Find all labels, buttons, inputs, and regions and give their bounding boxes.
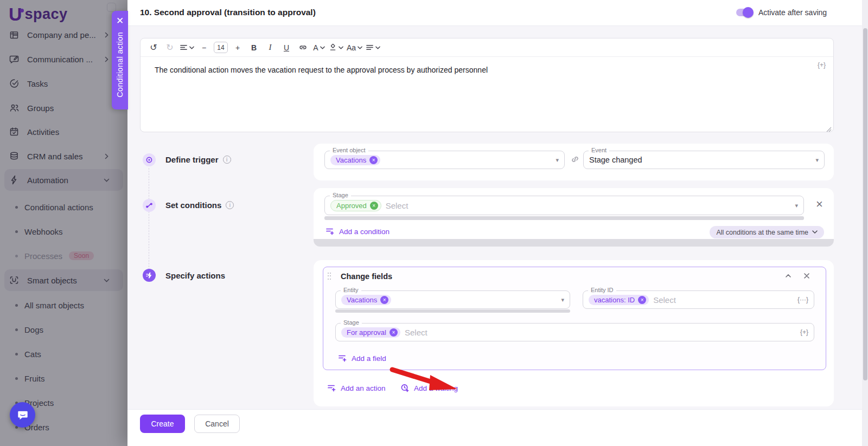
chip-remove-icon[interactable]: [390, 328, 398, 337]
close-icon[interactable]: ✕: [116, 16, 124, 25]
list-button[interactable]: [366, 41, 380, 54]
event-label: Event: [589, 147, 609, 153]
event-object-select[interactable]: Event object Vacations: [324, 151, 565, 169]
screen: U spacy Company and pe... Communication …: [0, 0, 868, 446]
event-value: Stage changed: [589, 156, 642, 164]
action-card-title: Change fields: [341, 272, 392, 281]
actions-section-title: Specify actions: [165, 271, 225, 280]
dropdown-arrow-icon: [561, 296, 564, 303]
dropdown-arrow-icon: [795, 202, 798, 209]
add-action-button[interactable]: Add an action: [327, 384, 386, 392]
conditions-card: Stage Approved Select Add a condition Al…: [314, 188, 834, 247]
redo-button[interactable]: [163, 41, 176, 54]
chat-bubble-icon: [17, 409, 29, 421]
remove-action-icon[interactable]: [803, 272, 810, 282]
collapse-icon[interactable]: [784, 272, 792, 282]
entity-chip: Vacations: [341, 295, 391, 305]
insert-variable-token[interactable]: {+}: [818, 61, 826, 69]
variable-token[interactable]: {+}: [800, 328, 808, 336]
text-case-button[interactable]: Aa: [347, 41, 362, 54]
entity-id-chip: vacations: ID: [589, 295, 649, 305]
event-object-label: Event object: [330, 147, 368, 153]
chip-remove-icon[interactable]: [380, 296, 388, 304]
resize-handle[interactable]: [826, 125, 832, 130]
select-placeholder: Select: [653, 295, 676, 305]
activate-toggle[interactable]: [736, 9, 752, 16]
action-stage-field[interactable]: Stage For approval Select {+}: [335, 323, 814, 341]
entity-id-field[interactable]: Entity ID vacations: ID Select {···}: [583, 290, 814, 309]
link-button[interactable]: [296, 41, 309, 54]
event-object-chip: Vacations: [330, 155, 380, 165]
font-color-button[interactable]: A: [312, 41, 326, 54]
step-connector: [149, 168, 149, 270]
event-select[interactable]: Event Stage changed: [583, 151, 825, 169]
entity-label: Entity: [341, 287, 361, 293]
conditional-action-tab[interactable]: ✕ Conditional action: [112, 11, 128, 109]
vertical-scrollbar-track[interactable]: [862, 0, 868, 446]
font-size-value[interactable]: 14: [214, 42, 228, 53]
list-plus-icon: [326, 227, 335, 236]
entity-id-label: Entity ID: [588, 287, 616, 293]
drawer-footer: Create Cancel: [127, 409, 868, 446]
select-placeholder: Select: [386, 201, 409, 210]
remove-condition-icon[interactable]: [816, 199, 823, 210]
drawer-header: 10. Second approval (transition to appro…: [127, 0, 868, 26]
underline-button[interactable]: U: [280, 41, 293, 54]
annotation-arrow: [382, 362, 469, 396]
toggle-knob: [743, 7, 754, 18]
create-button[interactable]: Create: [140, 415, 185, 433]
chip-remove-icon[interactable]: [370, 202, 378, 210]
font-size-decrease-button[interactable]: −: [197, 41, 210, 54]
change-fields-card: Change fields Entity Vacations Entity ID…: [323, 267, 826, 370]
bold-button[interactable]: B: [247, 41, 260, 54]
chip-remove-icon[interactable]: [638, 296, 646, 304]
chat-fab[interactable]: [10, 402, 35, 428]
cancel-button[interactable]: Cancel: [194, 415, 240, 433]
undo-button[interactable]: [147, 41, 160, 54]
dropdown-arrow-icon: [556, 157, 559, 164]
actions-step-icon: [143, 269, 156, 282]
list-plus-icon: [327, 384, 336, 392]
chip-remove-icon[interactable]: [369, 156, 378, 164]
editor-toolbar: − 14 + B I U A Aa: [141, 38, 833, 57]
conditional-action-drawer: 10. Second approval (transition to appro…: [127, 0, 868, 446]
activate-toggle-label: Activate after saving: [758, 8, 827, 17]
drag-handle-icon[interactable]: [328, 273, 332, 280]
stage-label: Stage: [341, 319, 362, 326]
highlight-button[interactable]: [329, 41, 343, 54]
italic-button[interactable]: I: [264, 41, 277, 54]
info-icon[interactable]: [223, 156, 231, 164]
condition-stage-select[interactable]: Stage Approved Select: [324, 196, 804, 215]
conditions-step-icon: [143, 199, 156, 212]
list-plus-icon: [338, 354, 347, 363]
modal-backdrop[interactable]: [0, 0, 127, 446]
add-condition-button[interactable]: Add a condition: [326, 227, 390, 236]
stage-label: Stage: [330, 192, 351, 198]
tab-label: Conditional action: [116, 32, 124, 98]
info-icon[interactable]: [226, 201, 234, 209]
vertical-scrollbar-thumb[interactable]: [863, 28, 867, 380]
chevron-down-icon: [812, 230, 818, 234]
horizontal-scrollbar[interactable]: [314, 239, 834, 247]
dropdown-arrow-icon: [815, 157, 819, 164]
description-editor[interactable]: − 14 + B I U A Aa The conditional action…: [140, 38, 834, 132]
font-size-increase-button[interactable]: +: [231, 41, 244, 54]
conditions-mode-select[interactable]: All conditions at the same time: [710, 226, 824, 238]
trigger-section-title: Define trigger: [165, 155, 219, 164]
select-placeholder: Select: [405, 328, 427, 337]
conditions-section-title: Set conditions: [165, 201, 221, 210]
trigger-step-icon: [143, 153, 156, 166]
editor-content[interactable]: The conditional action moves the vacatio…: [141, 57, 833, 132]
for-approval-chip: For approval: [341, 327, 400, 338]
trigger-card: Event object Vacations Event Stage chang…: [314, 144, 834, 180]
variable-token[interactable]: {···}: [797, 296, 808, 303]
approved-chip: Approved: [330, 200, 381, 211]
entity-select[interactable]: Entity Vacations: [335, 290, 570, 309]
horizontal-scrollbar[interactable]: [324, 216, 804, 220]
link-connector-icon: [570, 154, 580, 164]
align-button[interactable]: [180, 41, 194, 54]
page-title: 10. Second approval (transition to appro…: [140, 8, 316, 17]
add-field-button[interactable]: Add a field: [338, 354, 386, 363]
horizontal-scrollbar[interactable]: [335, 309, 570, 313]
